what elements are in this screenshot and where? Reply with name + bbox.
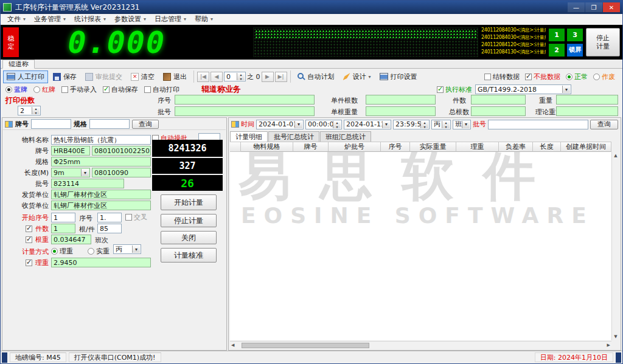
horizontal-scrollbar[interactable]: ◀▶	[230, 341, 611, 349]
weight-field[interactable]	[556, 95, 618, 105]
column-header[interactable]: 负差率	[499, 142, 533, 152]
column-header[interactable]: 创建单据时间	[561, 142, 611, 152]
brand-code-field[interactable]: 0801001002250	[92, 146, 151, 156]
shift-unit-combobox[interactable]: 班	[453, 120, 471, 129]
batch-filter-input[interactable]	[488, 120, 588, 129]
length-code-field[interactable]: 08010090	[92, 168, 151, 177]
menu-item[interactable]: 日志管理	[150, 14, 190, 24]
spec-field[interactable]: Φ25mm	[51, 157, 151, 167]
batch-no-field[interactable]: 823114	[51, 179, 124, 188]
standard-combobox[interactable]: GB/T1499.2-2018	[475, 84, 571, 94]
column-header[interactable]: 理重	[456, 142, 499, 152]
record-query-button[interactable]: 查询	[590, 120, 618, 129]
theory-weight-field[interactable]	[556, 106, 618, 116]
rods-per-piece-field[interactable]: 85	[97, 224, 122, 233]
sender-field[interactable]: 轧钢厂棒材作业区	[51, 190, 151, 199]
cross-checkbox[interactable]: 交叉	[125, 213, 147, 222]
pieces-count-field[interactable]: 1	[51, 224, 75, 233]
mode-actual-radio[interactable]: 实重	[88, 247, 110, 256]
mode-theory-radio[interactable]: 理重	[51, 247, 73, 256]
carry-data-checkbox[interactable]: 结转数据	[484, 72, 520, 81]
submit-approval-button[interactable]: 审批提交	[82, 70, 126, 83]
time-from-spinner[interactable]: 00:00:00	[305, 120, 342, 129]
scroll-left-icon[interactable]: ◀	[231, 343, 234, 348]
scroll-down-icon[interactable]: ▼	[614, 334, 617, 339]
brand-field[interactable]: HRB400E	[51, 146, 90, 156]
design-button[interactable]: 设计▾	[339, 70, 375, 83]
pieces-field[interactable]	[471, 95, 526, 105]
pieces-count-label[interactable]: 件数	[2, 224, 49, 233]
shift-combobox[interactable]: 丙	[113, 244, 141, 254]
rod-unit-weight-label[interactable]: 根重	[2, 235, 49, 244]
record-last-button[interactable]: ▶|	[275, 72, 287, 82]
tab-roller-scale[interactable]: 辊道称	[2, 60, 35, 69]
red-card-radio[interactable]: 红牌	[33, 85, 55, 94]
scroll-up-icon[interactable]: ▲	[614, 153, 617, 158]
records-grid[interactable]: 易思软件 EOSINE SOFTWARE	[230, 152, 611, 340]
print-setup-button[interactable]: 打印设置	[376, 70, 421, 83]
manual-entry-checkbox[interactable]: 手动录入	[61, 85, 97, 94]
spec-filter-input[interactable]	[89, 119, 130, 129]
standard-checkbox[interactable]: 执行标准	[437, 85, 472, 94]
pieces-per-field[interactable]	[366, 95, 436, 105]
rod-weight-field[interactable]	[366, 106, 436, 116]
normal-radio[interactable]: 正常	[566, 72, 588, 81]
clear-button[interactable]: 清空	[127, 70, 158, 83]
column-header[interactable]: 长度	[533, 142, 561, 152]
void-radio[interactable]: 作废	[593, 72, 615, 81]
start-seq-field[interactable]: 1	[51, 213, 75, 222]
vertical-scrollbar[interactable]: ▲▼	[611, 152, 619, 340]
material-query-button[interactable]: 查询	[132, 120, 159, 129]
blue-card-radio[interactable]: 蓝牌	[5, 85, 27, 94]
seq-field[interactable]	[175, 95, 315, 105]
record-first-button[interactable]: |◀	[197, 72, 209, 82]
auto-print-checkbox[interactable]: 自动打印	[144, 85, 179, 94]
menu-item[interactable]: 帮助	[190, 14, 217, 24]
exit-button[interactable]: 退出	[159, 70, 190, 83]
rod-unit-weight-field[interactable]: 0.034647	[51, 235, 91, 244]
column-header[interactable]: 牌号	[293, 142, 329, 152]
column-header[interactable]: 实际重量	[410, 142, 456, 152]
material-name-field[interactable]: 热轧带肋钢筋（抗震）	[51, 135, 151, 145]
stop-measure-side-button[interactable]: 停止计量	[161, 214, 217, 227]
print-copies-spinner[interactable]: 2	[18, 106, 41, 115]
theory-weight-check-label[interactable]: 理重	[2, 258, 49, 267]
date-to-picker[interactable]: 2024-01-11	[344, 120, 391, 129]
auto-save-checkbox[interactable]: 自动保存	[103, 85, 138, 94]
no-batch-checkbox[interactable]: 不批数据	[525, 72, 560, 81]
menu-item[interactable]: 统计报表	[70, 14, 110, 24]
minimize-button[interactable]: —	[568, 2, 585, 12]
manual-print-button[interactable]: 人工打印	[3, 70, 48, 83]
menu-item[interactable]: 文件	[3, 14, 30, 24]
seq2-field[interactable]: 1.	[97, 213, 122, 222]
length-combobox[interactable]: 9m	[51, 168, 90, 177]
theory-weight-value-field[interactable]: 2.9450	[51, 258, 151, 267]
scroll-right-icon[interactable]: ▶	[607, 343, 610, 348]
scrollbar-thumb[interactable]	[242, 343, 369, 348]
close-panel-button[interactable]: 关闭	[161, 231, 217, 244]
maximize-button[interactable]: ❐	[585, 2, 602, 12]
record-next-button[interactable]: ▶	[262, 72, 274, 82]
save-button[interactable]: 保存	[49, 70, 80, 83]
record-tab[interactable]: 批号汇总统计	[268, 131, 319, 142]
total-rods-field[interactable]	[471, 106, 526, 116]
stop-measure-button[interactable]: 停止计量	[586, 28, 620, 57]
date-from-picker[interactable]: 2024-01-01	[256, 120, 304, 129]
column-header[interactable]: 炉批号	[329, 142, 381, 152]
column-header[interactable]: 物料规格	[241, 142, 293, 152]
time-to-spinner[interactable]: 23:59:59	[393, 120, 430, 129]
column-header[interactable]: 序号	[381, 142, 410, 152]
start-measure-button[interactable]: 开始计量	[161, 194, 217, 210]
batch-field[interactable]	[175, 106, 315, 116]
shift-filter-spinner[interactable]: 丙	[431, 120, 451, 129]
receiver-field[interactable]: 轧钢厂棒材作业区	[51, 201, 151, 210]
record-prev-button[interactable]: ◀	[211, 72, 223, 82]
record-tab[interactable]: 班组汇总统计	[320, 131, 371, 142]
record-number-spinner[interactable]: 0	[224, 72, 246, 81]
brand-filter-input[interactable]	[31, 119, 71, 129]
close-button[interactable]: ✕	[603, 2, 620, 12]
auto-plan-button[interactable]: 自动计划	[294, 70, 338, 83]
measure-verify-button[interactable]: 计量核准	[161, 248, 217, 263]
record-tab[interactable]: 计量明细	[230, 131, 268, 142]
menu-item[interactable]: 业务管理	[30, 14, 70, 24]
